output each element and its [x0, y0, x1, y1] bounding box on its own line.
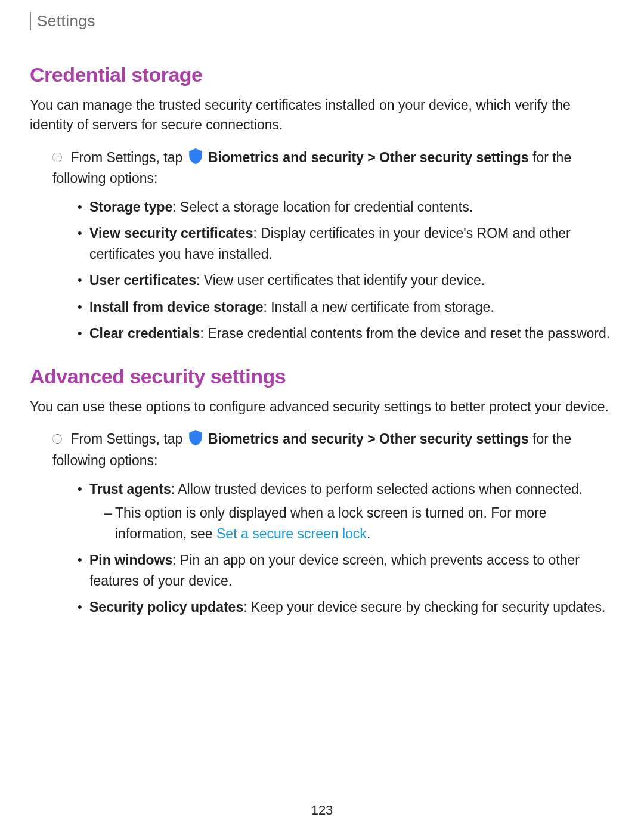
list-item: Pin windows: Pin an app on your device s… [78, 550, 614, 591]
page-number: 123 [0, 803, 644, 818]
shield-icon [188, 429, 203, 446]
list-item: Storage type: Select a storage location … [78, 197, 614, 218]
step-sep: > [364, 150, 379, 165]
option-desc: : Keep your device secure by checking fo… [243, 599, 605, 615]
step-link1: Biometrics and security [208, 150, 364, 165]
section-intro: You can use these options to configure a… [30, 397, 614, 417]
option-label: Trust agents [89, 481, 171, 497]
step-prefix: From Settings, tap [70, 150, 182, 165]
bullet-icon [52, 434, 62, 444]
option-label: Pin windows [89, 552, 172, 568]
section-title-advanced-security: Advanced security settings [30, 365, 614, 388]
step-sep: > [364, 431, 379, 447]
option-label: User certificates [89, 272, 196, 288]
step-link2: Other security settings [379, 431, 529, 447]
options-list: Trust agents: Allow trusted devices to p… [30, 479, 614, 618]
option-desc: : Erase credential contents from the dev… [200, 326, 610, 341]
step-instruction: From Settings, tap Biometrics and securi… [52, 147, 614, 190]
option-label: Install from device storage [89, 299, 263, 315]
sub-post: . [367, 526, 370, 541]
list-item: Security policy updates: Keep your devic… [78, 597, 614, 618]
bullet-icon [52, 153, 62, 162]
option-label: View security certificates [89, 225, 253, 241]
option-desc: : Select a storage location for credenti… [172, 199, 473, 215]
link-set-secure-screen-lock[interactable]: Set a secure screen lock [216, 526, 367, 541]
list-item: User certificates: View user certificate… [78, 270, 614, 291]
list-item: Trust agents: Allow trusted devices to p… [78, 479, 614, 544]
shield-icon [188, 148, 203, 165]
list-item: Install from device storage: Install a n… [78, 297, 614, 318]
step-link1: Biometrics and security [208, 431, 364, 447]
option-desc: : Allow trusted devices to perform selec… [171, 481, 583, 497]
step-instruction: From Settings, tap Biometrics and securi… [52, 429, 614, 471]
breadcrumb-text: Settings [37, 12, 95, 30]
option-label: Clear credentials [89, 326, 200, 341]
step-prefix: From Settings, tap [70, 431, 182, 447]
sub-list-item: This option is only displayed when a loc… [104, 503, 614, 544]
option-desc: : Install a new certificate from storage… [263, 299, 494, 315]
option-label: Security policy updates [89, 599, 243, 615]
options-list: Storage type: Select a storage location … [30, 197, 614, 344]
step-link2: Other security settings [379, 150, 529, 165]
list-item: View security certificates: Display cert… [78, 223, 614, 264]
section-title-credential-storage: Credential storage [30, 63, 614, 86]
list-item: Clear credentials: Erase credential cont… [78, 323, 614, 344]
breadcrumb: Settings [30, 12, 614, 30]
section-intro: You can manage the trusted security cert… [30, 95, 614, 135]
sub-list: This option is only displayed when a loc… [89, 503, 614, 544]
option-desc: : View user certificates that identify y… [196, 272, 485, 288]
option-label: Storage type [89, 199, 172, 215]
